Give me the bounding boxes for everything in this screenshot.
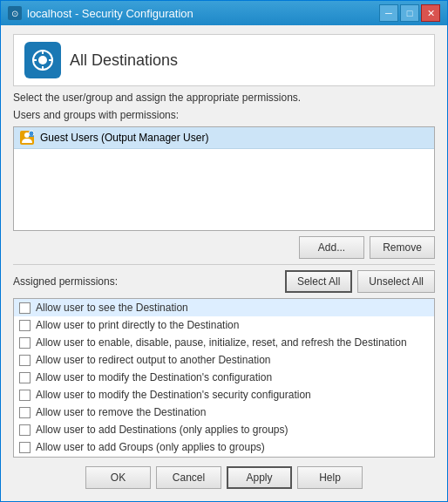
app-icon: ⊙: [8, 6, 22, 20]
users-label: Users and groups with permissions:: [13, 109, 435, 121]
permission-checkbox[interactable]: [19, 355, 31, 366]
all-destinations-icon: [24, 42, 61, 78]
permission-item[interactable]: Allow user to print directly to the Dest…: [14, 316, 434, 334]
permission-item[interactable]: Allow user to modify the Destination's s…: [14, 386, 434, 404]
help-button[interactable]: Help: [297, 466, 363, 489]
permission-label: Allow user to modify the Destination's c…: [36, 371, 272, 383]
permission-checkbox[interactable]: [19, 390, 31, 401]
permission-label: Allow user to redirect output to another…: [36, 354, 270, 366]
permission-item[interactable]: Allow user to enable, disable, pause, in…: [14, 334, 434, 351]
title-bar: ⊙ localhost - Security Configuration ─ □…: [1, 1, 447, 25]
permissions-label: Assigned permissions:: [13, 275, 118, 288]
permission-label: Allow user to remove the Destination: [36, 406, 206, 418]
permission-label: Allow user to modify the Destination's s…: [36, 389, 311, 401]
restore-button[interactable]: □: [400, 4, 419, 22]
users-list: Guest Users (Output Manager User): [13, 126, 435, 231]
minimize-button[interactable]: ─: [379, 4, 398, 22]
permission-checkbox[interactable]: [19, 424, 31, 436]
permission-item[interactable]: Allow user to redirect output to another…: [14, 351, 434, 369]
permissions-list: Allow user to see the DestinationAllow u…: [13, 298, 435, 458]
user-item[interactable]: Guest Users (Output Manager User): [14, 127, 434, 149]
permission-checkbox[interactable]: [19, 372, 31, 383]
unselect-all-button[interactable]: Unselect All: [357, 270, 435, 293]
permission-item[interactable]: Allow user to remove the Group (only app…: [14, 456, 434, 458]
permission-label: Allow user to print directly to the Dest…: [36, 319, 239, 331]
permissions-header-row: Assigned permissions: Select All Unselec…: [13, 270, 435, 293]
permission-checkbox[interactable]: [19, 320, 31, 331]
svg-point-1: [38, 56, 47, 64]
main-content: All Destinations Select the user/group a…: [1, 25, 447, 501]
header-title: All Destinations: [70, 51, 178, 70]
select-all-button[interactable]: Select All: [285, 270, 352, 293]
ok-button[interactable]: OK: [85, 466, 151, 489]
guest-users-icon: [19, 130, 35, 146]
user-item-name: Guest Users (Output Manager User): [40, 132, 208, 144]
select-buttons-row: Select All Unselect All: [285, 270, 435, 293]
permission-item[interactable]: Allow user to modify the Destination's c…: [14, 369, 434, 386]
permission-item[interactable]: Allow user to see the Destination: [14, 299, 434, 316]
permission-label: Allow user to add Destinations (only app…: [36, 424, 288, 436]
destinations-svg: [31, 48, 55, 72]
window-title: localhost - Security Configuration: [27, 7, 193, 20]
divider: [13, 264, 435, 265]
permission-checkbox[interactable]: [19, 302, 31, 314]
permission-label: Allow user to add Groups (only applies t…: [36, 441, 265, 453]
permission-label: Allow user to enable, disable, pause, in…: [36, 336, 407, 349]
permission-item[interactable]: Allow user to remove the Destination: [14, 404, 434, 421]
permission-checkbox[interactable]: [19, 442, 31, 453]
title-controls: ─ □ ✕: [379, 4, 440, 22]
instruction-text: Select the user/group and assign the app…: [13, 92, 435, 104]
header-section: All Destinations: [13, 34, 435, 86]
permission-label: Allow user to see the Destination: [36, 302, 188, 314]
add-button[interactable]: Add...: [299, 236, 364, 259]
bottom-buttons-row: OK Cancel Apply Help: [13, 463, 435, 492]
cancel-button[interactable]: Cancel: [156, 466, 221, 489]
permission-item[interactable]: Allow user to add Destinations (only app…: [14, 421, 434, 438]
main-window: ⊙ localhost - Security Configuration ─ □…: [0, 0, 448, 502]
close-button[interactable]: ✕: [421, 4, 440, 22]
permission-checkbox[interactable]: [19, 337, 31, 349]
apply-button[interactable]: Apply: [227, 466, 292, 489]
permission-item[interactable]: Allow user to add Groups (only applies t…: [14, 438, 434, 456]
add-remove-row: Add... Remove: [13, 236, 435, 259]
permission-checkbox[interactable]: [19, 407, 31, 418]
remove-button[interactable]: Remove: [370, 236, 435, 259]
title-bar-left: ⊙ localhost - Security Configuration: [8, 6, 193, 20]
